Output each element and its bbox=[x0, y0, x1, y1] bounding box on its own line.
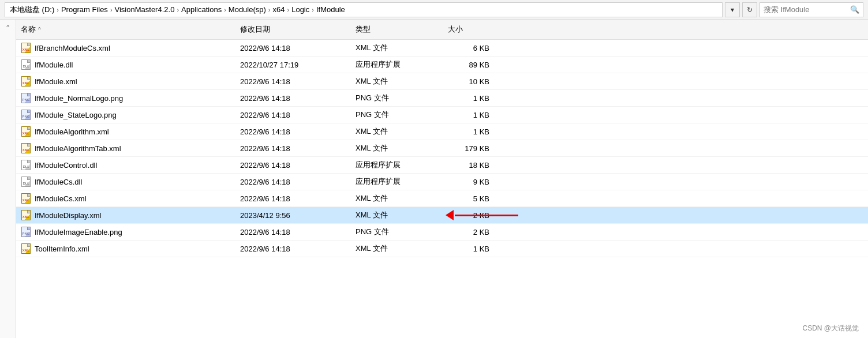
file-icon-xml: XML bbox=[21, 243, 31, 254]
breadcrumb-item-module-sp[interactable]: Module(sp) bbox=[229, 5, 266, 14]
file-name-cell: XML ToolItemInfo.xml bbox=[16, 241, 235, 257]
file-icon-png: PNG bbox=[21, 93, 31, 103]
file-date: 2023/4/12 9:56 bbox=[235, 208, 351, 223]
file-name: IfModuleCs.xml bbox=[35, 194, 87, 203]
file-size: 2 KB bbox=[443, 225, 512, 239]
watermark: CSDN @大话视觉 bbox=[802, 324, 859, 333]
file-date: 2022/9/6 14:18 bbox=[235, 175, 351, 189]
refresh-button[interactable]: ↻ bbox=[742, 2, 757, 17]
file-name: IfModule.dll bbox=[35, 61, 73, 69]
breadcrumb-item-logic[interactable]: Logic bbox=[291, 5, 309, 14]
file-icon-xml: XML bbox=[21, 76, 31, 87]
red-arrow-annotation bbox=[446, 210, 518, 220]
file-type: 应用程序扩展 bbox=[351, 157, 443, 173]
file-rows: XML IfBranchModuleCs.xml 2022/9/6 14:18 … bbox=[16, 40, 868, 257]
table-row[interactable]: DLL IfModuleControl.dll 2022/9/6 14:18 应… bbox=[16, 157, 868, 174]
file-type: XML 文件 bbox=[351, 123, 443, 140]
dropdown-button[interactable]: ▾ bbox=[725, 2, 740, 17]
file-name-cell: XML IfModuleCs.xml bbox=[16, 190, 235, 206]
breadcrumb-item-drive[interactable]: 本地磁盘 (D:) bbox=[10, 5, 54, 15]
breadcrumb-separator: › bbox=[268, 6, 271, 13]
col-modified-header[interactable]: 修改日期 bbox=[235, 22, 351, 37]
table-row[interactable]: DLL IfModule.dll 2022/10/27 17:19 应用程序扩展… bbox=[16, 57, 868, 73]
file-date: 2022/9/6 14:18 bbox=[235, 108, 351, 122]
file-size: 1 KB bbox=[443, 91, 512, 106]
breadcrumb-item-applications[interactable]: Applications bbox=[181, 5, 222, 14]
table-row[interactable]: XML IfModule.xml 2022/9/6 14:18 XML 文件 1… bbox=[16, 73, 868, 90]
search-box[interactable]: 🔍 bbox=[760, 2, 863, 17]
file-type: PNG 文件 bbox=[351, 224, 443, 240]
breadcrumb-separator: › bbox=[312, 6, 314, 13]
search-input[interactable] bbox=[764, 5, 850, 14]
file-date: 2022/10/27 17:19 bbox=[235, 58, 351, 72]
file-name: ToolItemInfo.xml bbox=[35, 245, 89, 253]
table-row[interactable]: XML ToolItemInfo.xml 2022/9/6 14:18 XML … bbox=[16, 241, 868, 257]
file-date: 2022/9/6 14:18 bbox=[235, 242, 351, 256]
file-type: 应用程序扩展 bbox=[351, 57, 443, 73]
breadcrumb-separator: › bbox=[110, 6, 113, 13]
file-name-cell: DLL IfModuleCs.dll bbox=[16, 174, 235, 190]
file-size: 179 KB bbox=[443, 141, 512, 156]
file-icon-dll: DLL bbox=[21, 160, 31, 170]
file-name-cell: XML IfBranchModuleCs.xml bbox=[16, 40, 235, 56]
file-size: 89 KB bbox=[443, 58, 512, 72]
file-name: IfModuleImageEnable.png bbox=[35, 228, 122, 236]
file-name: IfModuleCs.dll bbox=[35, 178, 82, 186]
file-date: 2022/9/6 14:18 bbox=[235, 125, 351, 139]
file-date: 2022/9/6 14:18 bbox=[235, 158, 351, 172]
file-name-cell: XML IfModuleDisplay.xml bbox=[16, 207, 235, 223]
file-type: XML 文件 bbox=[351, 207, 443, 223]
file-size: 1 KB bbox=[443, 108, 512, 122]
file-name: IfModuleControl.dll bbox=[35, 161, 97, 170]
breadcrumb-item-program-files[interactable]: Program Files bbox=[61, 5, 108, 14]
file-name-cell: DLL IfModule.dll bbox=[16, 57, 235, 73]
arrow-line bbox=[455, 215, 518, 216]
file-name: IfModuleAlgorithm.xml bbox=[35, 127, 109, 136]
file-name: IfModuleDisplay.xml bbox=[35, 211, 101, 220]
col-type-header[interactable]: 类型 bbox=[351, 22, 443, 37]
col-size-header[interactable]: 大小 bbox=[443, 22, 512, 37]
file-icon-png: PNG bbox=[21, 110, 31, 120]
arrow-head bbox=[446, 210, 454, 220]
file-name-cell: PNG IfModuleImageEnable.png bbox=[16, 224, 235, 240]
file-name-cell: PNG IfModule_StateLogo.png bbox=[16, 107, 235, 123]
file-type: XML 文件 bbox=[351, 241, 443, 257]
table-row[interactable]: XML IfModuleAlgorithm.xml 2022/9/6 14:18… bbox=[16, 123, 868, 140]
file-name: IfModule_StateLogo.png bbox=[35, 111, 117, 119]
file-list-container[interactable]: 名称 ^ 修改日期 类型 大小 XML IfBranchModuleCs.xml… bbox=[16, 20, 868, 338]
sort-arrow: ^ bbox=[38, 27, 41, 33]
file-name-cell: XML IfModuleAlgorithmTab.xml bbox=[16, 140, 235, 156]
file-type: PNG 文件 bbox=[351, 107, 443, 123]
file-date: 2022/9/6 14:18 bbox=[235, 191, 351, 206]
file-size: 2 KB bbox=[443, 208, 512, 223]
file-type: 应用程序扩展 bbox=[351, 174, 443, 190]
breadcrumb-item-ifmodule[interactable]: IfModule bbox=[316, 5, 345, 14]
file-icon-xml: XML bbox=[21, 143, 31, 153]
file-size: 9 KB bbox=[443, 175, 512, 189]
file-type: XML 文件 bbox=[351, 40, 443, 56]
col-name-header[interactable]: 名称 ^ bbox=[16, 22, 235, 37]
table-row[interactable]: PNG IfModuleImageEnable.png 2022/9/6 14:… bbox=[16, 224, 868, 241]
left-panel: ^ bbox=[0, 20, 16, 338]
table-row[interactable]: XML IfModuleDisplay.xml 2023/4/12 9:56 X… bbox=[16, 207, 868, 224]
file-icon-png: PNG bbox=[21, 227, 31, 237]
main-container: ^ 名称 ^ 修改日期 类型 大小 XML IfB bbox=[0, 20, 868, 338]
table-row[interactable]: XML IfModuleCs.xml 2022/9/6 14:18 XML 文件… bbox=[16, 190, 868, 207]
table-row[interactable]: DLL IfModuleCs.dll 2022/9/6 14:18 应用程序扩展… bbox=[16, 174, 868, 190]
breadcrumb-item-visionmaster[interactable]: VisionMaster4.2.0 bbox=[115, 5, 175, 14]
table-row[interactable]: PNG IfModule_NormalLogo.png 2022/9/6 14:… bbox=[16, 90, 868, 107]
table-row[interactable]: XML IfModuleAlgorithmTab.xml 2022/9/6 14… bbox=[16, 140, 868, 157]
file-date: 2022/9/6 14:18 bbox=[235, 141, 351, 156]
file-name-cell: PNG IfModule_NormalLogo.png bbox=[16, 90, 235, 106]
breadcrumb[interactable]: 本地磁盘 (D:)›Program Files›VisionMaster4.2.… bbox=[5, 2, 723, 17]
file-size: 5 KB bbox=[443, 191, 512, 206]
search-icon: 🔍 bbox=[850, 5, 859, 14]
table-row[interactable]: XML IfBranchModuleCs.xml 2022/9/6 14:18 … bbox=[16, 40, 868, 57]
breadcrumb-item-x64[interactable]: x64 bbox=[273, 5, 285, 14]
file-icon-dll: DLL bbox=[21, 59, 31, 70]
collapse-arrow[interactable]: ^ bbox=[6, 24, 9, 31]
file-name-cell: XML IfModuleAlgorithm.xml bbox=[16, 123, 235, 140]
table-row[interactable]: PNG IfModule_StateLogo.png 2022/9/6 14:1… bbox=[16, 107, 868, 123]
address-bar: 本地磁盘 (D:)›Program Files›VisionMaster4.2.… bbox=[0, 0, 868, 20]
file-type: PNG 文件 bbox=[351, 90, 443, 106]
